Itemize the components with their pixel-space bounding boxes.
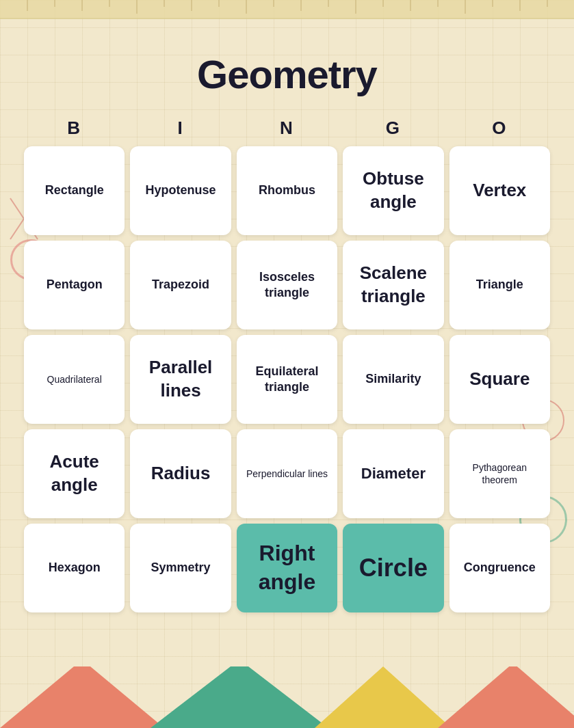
cell-isosceles-triangle[interactable]: Isosceles triangle <box>237 241 337 329</box>
page-container: Geometry B I N G O Rectangle Hypotenuse … <box>0 0 574 674</box>
cell-symmetry[interactable]: Symmetry <box>130 524 231 612</box>
cell-pythagorean-theorem[interactable]: Pythagorean theorem <box>449 429 550 518</box>
cell-diameter[interactable]: Diameter <box>343 429 443 518</box>
bingo-grid: Rectangle Hypotenuse Rhombus Obtuse angl… <box>21 146 553 612</box>
cell-pentagon[interactable]: Pentagon <box>24 241 125 329</box>
cell-trapezoid[interactable]: Trapezoid <box>130 241 231 329</box>
cell-hexagon[interactable]: Hexagon <box>24 524 125 612</box>
cell-rhombus[interactable]: Rhombus <box>237 146 337 235</box>
triangle-teal-1 <box>151 666 328 728</box>
cell-vertex[interactable]: Vertex <box>449 146 550 235</box>
cell-similarity[interactable]: Similarity <box>343 335 443 424</box>
bottom-triangles-decoration <box>0 666 574 728</box>
cell-rectangle[interactable]: Rectangle <box>24 146 125 235</box>
letter-b: B <box>24 114 125 142</box>
cell-hypotenuse[interactable]: Hypotenuse <box>130 146 231 235</box>
cell-square[interactable]: Square <box>449 335 550 424</box>
triangle-salmon-1 <box>0 666 164 728</box>
cell-perpendicular-lines[interactable]: Perpendicular lines <box>237 429 337 518</box>
page-title: Geometry <box>21 51 553 97</box>
letter-n: N <box>237 114 337 142</box>
letter-o: O <box>449 114 550 142</box>
cell-congruence[interactable]: Congruence <box>449 524 550 612</box>
letter-g: G <box>343 114 443 142</box>
cell-acute-angle[interactable]: Acute angle <box>24 429 125 518</box>
triangle-yellow <box>315 666 452 728</box>
cell-quadrilateral[interactable]: Quadrilateral <box>24 335 125 424</box>
cell-right-angle[interactable]: Right angle <box>237 524 337 612</box>
cell-equilateral-triangle[interactable]: Equilateral triangle <box>237 335 337 424</box>
cell-parallel-lines[interactable]: Parallel lines <box>130 335 231 424</box>
bingo-header: B I N G O <box>21 114 553 142</box>
cell-obtuse-angle[interactable]: Obtuse angle <box>343 146 443 235</box>
letter-i: I <box>130 114 231 142</box>
cell-triangle[interactable]: Triangle <box>449 241 550 329</box>
cell-circle[interactable]: Circle <box>343 524 443 612</box>
triangle-salmon-2 <box>438 666 574 728</box>
cell-radius[interactable]: Radius <box>130 429 231 518</box>
cell-scalene-triangle[interactable]: Scalene triangle <box>343 241 443 329</box>
